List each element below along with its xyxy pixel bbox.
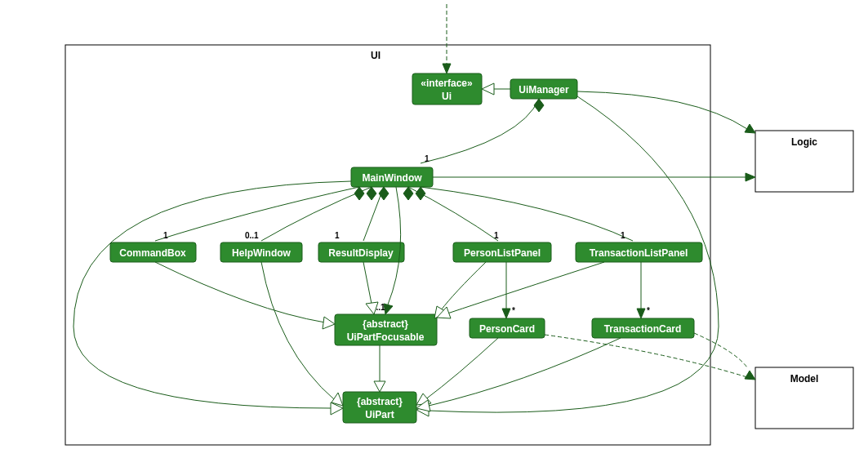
uml-diagram: UI Logic Model «interface» Ui UiManager … (0, 0, 868, 449)
mult-mainwindow: 1 (425, 154, 430, 163)
mult-helpwindow: 0..1 (245, 231, 259, 240)
class-ui-name: Ui (442, 91, 452, 102)
mult-transactioncard: * (647, 306, 650, 315)
class-transactionlistpanel-name: TransactionListPanel (590, 247, 688, 259)
mult-transactionlistpanel: 1 (621, 231, 625, 240)
class-personcard-name: PersonCard (479, 323, 535, 335)
class-uipart-name: UiPart (365, 409, 394, 420)
class-commandbox-name: CommandBox (119, 247, 186, 259)
arrow-mainwindow-logic (746, 173, 755, 181)
mult-personlistpanel: 1 (494, 231, 499, 240)
package-ui-label: UI (371, 50, 381, 61)
class-transactioncard-name: TransactionCard (604, 323, 682, 335)
class-helpwindow-name: HelpWindow (232, 247, 292, 259)
arrow-cards-model (745, 371, 755, 380)
class-uipartfocusable-name: UiPartFocusable (347, 331, 425, 343)
class-ui-stereotype: «interface» (421, 78, 473, 89)
mult-personcard: * (512, 306, 515, 315)
mult-commandbox: 1 (163, 231, 168, 240)
class-uipart-stereotype: {abstract} (357, 396, 403, 407)
class-uimanager-name: UiManager (519, 84, 569, 96)
class-mainwindow-name: MainWindow (362, 172, 422, 184)
class-resultdisplay-name: ResultDisplay (328, 247, 394, 259)
mult-resultdisplay: 1 (335, 231, 340, 240)
class-uipartfocusable-stereotype: {abstract} (363, 318, 408, 330)
class-personlistpanel-name: PersonListPanel (464, 247, 541, 259)
package-logic-label: Logic (791, 136, 817, 148)
package-model-label: Model (790, 373, 819, 385)
